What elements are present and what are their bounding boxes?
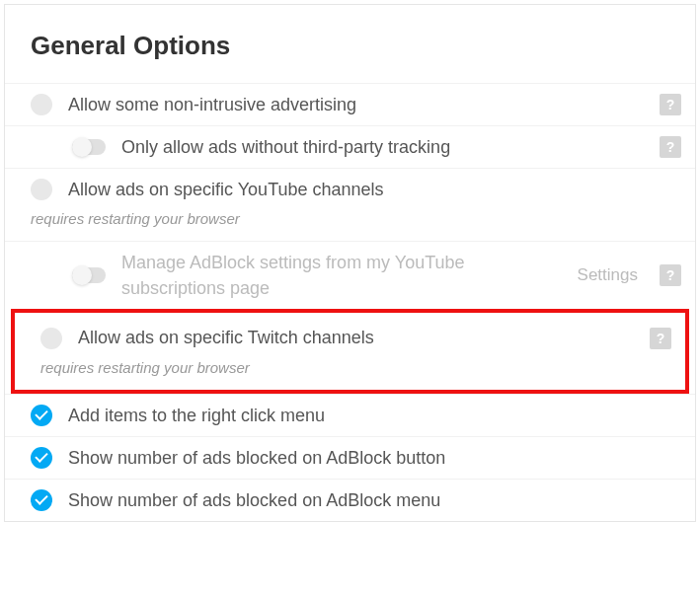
checkbox-checked-icon[interactable] xyxy=(31,489,52,511)
help-icon[interactable]: ? xyxy=(660,264,681,286)
option-label: Show number of ads blocked on AdBlock bu… xyxy=(68,445,681,471)
checkbox-unchecked-icon[interactable] xyxy=(31,179,52,200)
option-label: Allow ads on specific YouTube channels xyxy=(68,177,681,202)
toggle-off-icon[interactable] xyxy=(72,267,106,283)
checkbox-unchecked-icon[interactable] xyxy=(40,328,62,349)
option-twitch-channels[interactable]: Allow ads on specific Twitch channels ? xyxy=(15,317,685,358)
help-icon[interactable]: ? xyxy=(660,94,681,115)
help-icon[interactable]: ? xyxy=(650,328,671,349)
settings-link[interactable]: Settings xyxy=(578,265,638,285)
option-label: Allow some non-intrusive advertising xyxy=(68,92,644,117)
option-label: Show number of ads blocked on AdBlock me… xyxy=(68,487,681,513)
requires-restart-note: requires restarting your browser xyxy=(5,210,695,241)
option-no-tracking-ads[interactable]: Only allow ads without third-party track… xyxy=(5,125,695,168)
option-non-intrusive-ads[interactable]: Allow some non-intrusive advertising ? xyxy=(5,83,695,125)
requires-restart-note: requires restarting your browser xyxy=(15,359,685,390)
option-label: Allow ads on specific Twitch channels xyxy=(78,325,634,350)
checkbox-checked-icon[interactable] xyxy=(31,405,52,426)
checkbox-unchecked-icon[interactable] xyxy=(31,94,52,115)
checkbox-checked-icon[interactable] xyxy=(31,447,52,469)
highlight-box: Allow ads on specific Twitch channels ? … xyxy=(11,309,689,393)
option-right-click-menu[interactable]: Add items to the right click menu xyxy=(5,394,695,436)
option-label: Add items to the right click menu xyxy=(68,403,681,428)
toggle-off-icon[interactable] xyxy=(72,139,106,155)
page-title: General Options xyxy=(5,5,695,83)
help-icon[interactable]: ? xyxy=(660,136,681,158)
general-options-panel: General Options Allow some non-intrusive… xyxy=(4,4,696,522)
option-label: Manage AdBlock settings from my YouTube … xyxy=(121,250,562,301)
option-manage-youtube-subscriptions: Manage AdBlock settings from my YouTube … xyxy=(5,241,695,309)
option-count-on-button[interactable]: Show number of ads blocked on AdBlock bu… xyxy=(5,436,695,479)
option-count-on-menu[interactable]: Show number of ads blocked on AdBlock me… xyxy=(5,479,695,521)
option-label: Only allow ads without third-party track… xyxy=(121,134,644,160)
option-youtube-channels[interactable]: Allow ads on specific YouTube channels xyxy=(5,168,695,210)
